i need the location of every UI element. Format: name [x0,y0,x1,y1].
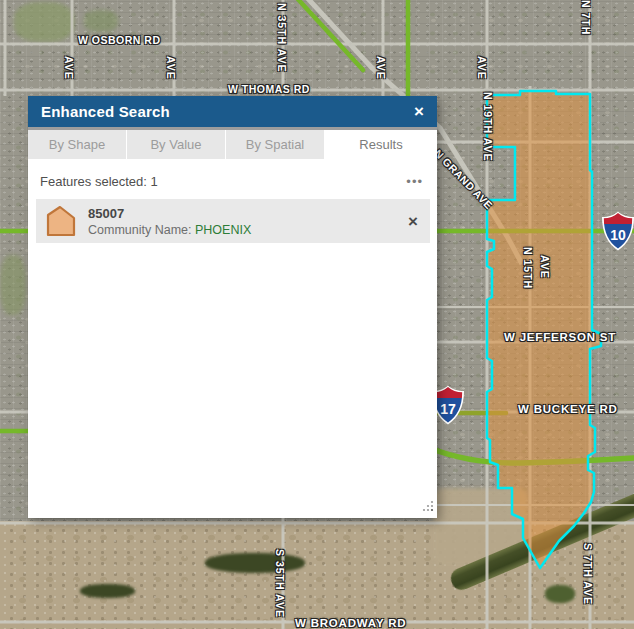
road-label-ave-fragment: AVE [375,56,387,80]
road-label-s35th: S 35TH AVE [274,549,286,618]
features-selected-label: Features selected: 1 [40,174,158,189]
feature-polygon-icon [46,205,76,237]
selected-zip-polygon[interactable] [487,91,601,568]
features-selected-row: Features selected: 1 ••• [28,159,437,197]
road-label-n7th: N 7TH AVE [580,0,592,38]
tab-by-spatial[interactable]: By Spatial [226,130,325,159]
panel-close-button[interactable]: × [414,103,424,120]
panel-header: Enhanced Search × [28,96,437,130]
result-remove-button[interactable]: × [408,213,418,230]
road-label-n7th-clip: N 7TH AVE [580,0,600,38]
road-label-broadway: W BROADWAY RD [295,617,406,629]
road-label-thomas: W THOMAS RD [228,83,310,95]
app-window: 10 17 W OSBORN RD W THOMAS RD AVE AVE AV… [0,0,634,629]
road-label-ave-fragment: AVE [476,56,488,80]
resize-grip-icon[interactable] [422,500,434,512]
road-label-ave-fragment: AVE [63,56,75,80]
road-label-ave-fragment: AVE [165,56,177,80]
tab-by-shape[interactable]: By Shape [28,130,127,159]
road-label-n35th: N 35TH AVE [276,3,288,73]
svg-text:17: 17 [440,401,456,417]
tab-by-value[interactable]: By Value [127,130,226,159]
panel-tabs: By Shape By Value By Spatial Results [28,130,437,159]
road-label-s7th: S 7TH AVE [582,543,594,605]
road-label-n19th: N 19TH AVE [482,92,494,162]
panel-title: Enhanced Search [41,103,170,120]
road-label-jefferson: W JEFFERSON ST [504,331,616,343]
feature-attribute: Community Name: PHOENIX [88,223,251,237]
road-label-buckeye: W BUCKEYE RD [518,403,618,415]
enhanced-search-panel: Enhanced Search × By Shape By Value By S… [28,96,437,518]
results-panel-body: Features selected: 1 ••• 85007 Community… [28,159,437,515]
tab-results[interactable]: Results [325,130,437,159]
road-label-n15th-line1: N 15TH [522,247,534,289]
result-item[interactable]: 85007 Community Name: PHOENIX × [36,199,430,243]
feature-text: 85007 Community Name: PHOENIX [88,206,251,237]
interstate-10-shield-icon: 10 [600,211,634,251]
feature-attribute-label: Community Name: [88,223,192,237]
road-label-n15th-line2: AVE [539,255,551,279]
feature-attribute-value: PHOENIX [195,223,251,237]
svg-text:10: 10 [610,227,626,243]
road-label-osborn: W OSBORN RD [78,34,161,46]
feature-id: 85007 [88,206,251,221]
